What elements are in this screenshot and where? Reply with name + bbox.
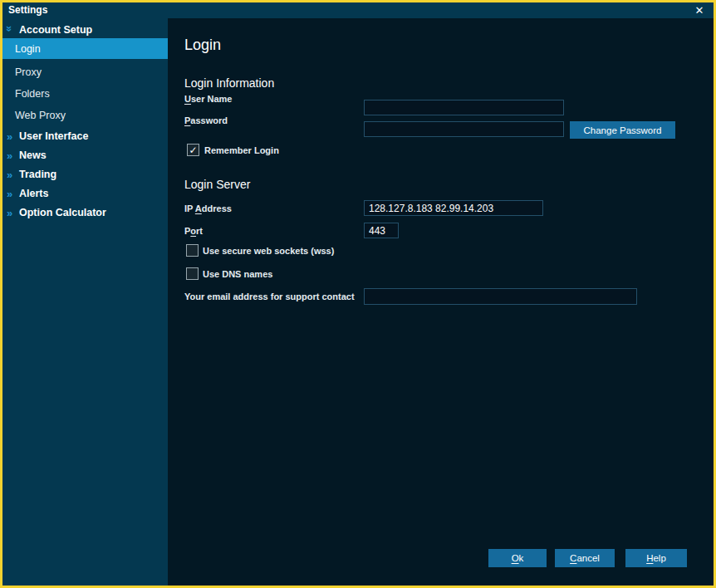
sidebar-item-label: Trading xyxy=(19,169,56,180)
settings-dialog: Settings ✕ » Account Setup Login Proxy F… xyxy=(0,0,716,588)
sidebar-item-user-interface[interactable]: » User Interface xyxy=(2,126,168,145)
sidebar-item-label: Account Setup xyxy=(19,24,92,36)
sidebar-item-label: Alerts xyxy=(19,188,48,199)
page-title: Login xyxy=(184,37,221,54)
sidebar-item-label: Folders xyxy=(15,88,50,100)
use-dns-names-label: Use DNS names xyxy=(203,269,272,279)
remember-login-label: Remember Login xyxy=(204,145,279,155)
chevron-right-icon: » xyxy=(7,188,12,198)
sidebar-item-label: Web Proxy xyxy=(15,110,66,121)
password-label: Password xyxy=(184,115,228,125)
change-password-button[interactable]: Change Password xyxy=(570,121,675,139)
sidebar-item-folders[interactable]: Folders xyxy=(2,84,168,104)
login-information-section-title: Login Information xyxy=(184,76,274,90)
close-icon[interactable]: ✕ xyxy=(692,2,707,18)
chevron-right-icon: » xyxy=(7,149,12,160)
use-wss-label: Use secure web sockets (wss) xyxy=(203,246,334,256)
support-email-label: Your email address for support contact xyxy=(184,292,355,301)
use-dns-names-checkbox[interactable] xyxy=(186,267,199,280)
ip-address-label: IP Address xyxy=(184,203,232,213)
sidebar-item-label: Login xyxy=(15,43,41,55)
user-name-label: User Name xyxy=(184,94,233,104)
settings-sidebar: » Account Setup Login Proxy Folders Web … xyxy=(2,18,168,586)
titlebar: Settings ✕ xyxy=(2,2,714,18)
ok-button[interactable]: Ok xyxy=(488,549,547,567)
sidebar-item-option-calculator[interactable]: » Option Calculator xyxy=(2,203,168,222)
login-settings-panel: Login Login Information User Name Passwo… xyxy=(168,18,714,586)
login-server-section-title: Login Server xyxy=(184,178,250,191)
chevron-down-icon: » xyxy=(4,26,15,32)
check-icon: ✓ xyxy=(189,145,197,155)
sidebar-item-proxy[interactable]: Proxy xyxy=(2,62,168,82)
sidebar-item-label: Option Calculator xyxy=(19,207,106,218)
chevron-right-icon: » xyxy=(7,130,12,141)
sidebar-item-account-setup[interactable]: » Account Setup xyxy=(2,22,168,38)
sidebar-item-web-proxy[interactable]: Web Proxy xyxy=(2,105,168,125)
port-label: Port xyxy=(184,226,203,236)
sidebar-item-login[interactable]: Login xyxy=(2,38,168,59)
sidebar-item-label: News xyxy=(19,149,47,161)
window-title: Settings xyxy=(8,2,47,18)
port-input[interactable] xyxy=(364,223,399,238)
sidebar-item-label: Proxy xyxy=(15,66,42,78)
user-name-input[interactable] xyxy=(364,100,564,115)
cancel-button[interactable]: Cancel xyxy=(555,549,615,567)
help-button[interactable]: Help xyxy=(625,549,687,567)
support-email-input[interactable] xyxy=(364,288,637,305)
sidebar-item-label: User Interface xyxy=(19,130,88,142)
use-wss-checkbox[interactable] xyxy=(186,244,199,257)
remember-login-checkbox[interactable]: ✓ xyxy=(187,144,199,156)
password-input[interactable] xyxy=(364,121,564,137)
chevron-right-icon: » xyxy=(7,169,12,179)
chevron-right-icon: » xyxy=(7,207,12,218)
sidebar-item-trading[interactable]: » Trading xyxy=(2,164,168,184)
sidebar-item-alerts[interactable]: » Alerts xyxy=(2,184,168,203)
ip-address-input[interactable] xyxy=(364,200,543,216)
sidebar-item-news[interactable]: » News xyxy=(2,145,168,164)
